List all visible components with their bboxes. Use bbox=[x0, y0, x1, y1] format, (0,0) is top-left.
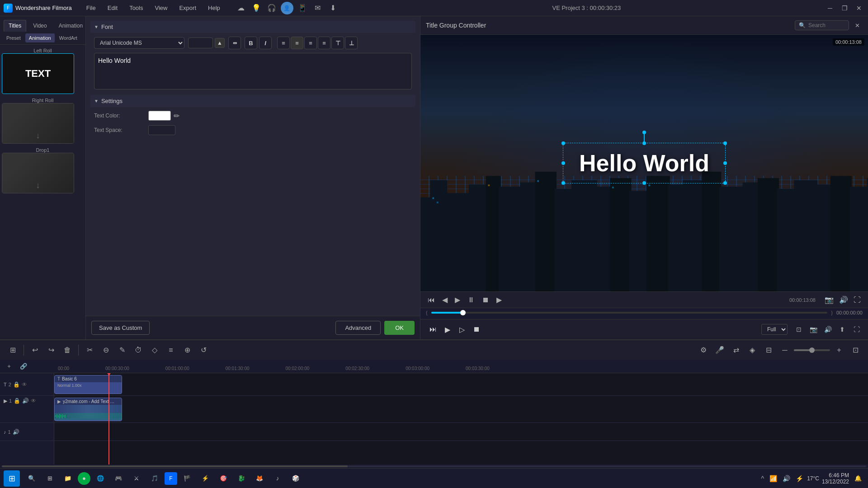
settings-section-header[interactable]: ▼ Settings bbox=[90, 95, 415, 107]
align-left-button[interactable]: ≡ bbox=[277, 37, 290, 49]
game-icon5[interactable]: ⚡ bbox=[197, 470, 213, 487]
rotate-button[interactable]: ↺ bbox=[196, 343, 211, 357]
volume-btn[interactable]: 🔊 bbox=[822, 324, 834, 335]
headset-icon[interactable]: 🎧 bbox=[265, 2, 278, 14]
text-color-swatch[interactable] bbox=[148, 111, 171, 121]
font-section-header[interactable]: ▼ Font bbox=[90, 21, 415, 33]
cloud-icon[interactable]: ☁ bbox=[235, 2, 247, 14]
add-media-button[interactable]: ⊞ bbox=[5, 343, 20, 357]
spotify-icon[interactable]: ♪ bbox=[269, 470, 286, 487]
multicam-button[interactable]: ⊟ bbox=[761, 343, 776, 357]
align-justify-button[interactable]: ≡ bbox=[318, 37, 330, 49]
app-icon9[interactable]: 🎲 bbox=[288, 470, 304, 487]
play-button[interactable]: ▶ bbox=[453, 295, 462, 305]
search-input[interactable] bbox=[808, 22, 844, 28]
profile-icon[interactable]: 👤 bbox=[281, 2, 293, 14]
timer-button[interactable]: ⏱ bbox=[131, 343, 146, 357]
preset-left-roll[interactable]: Left Roll TEXT bbox=[2, 48, 84, 94]
add-track-button[interactable]: + bbox=[4, 361, 14, 372]
fit-button[interactable]: ⊡ bbox=[848, 343, 863, 357]
taskview-button[interactable]: ⊞ bbox=[42, 470, 58, 487]
save-custom-button[interactable]: Save as Custom bbox=[91, 321, 150, 335]
filmora-taskbar-icon[interactable]: F bbox=[165, 472, 177, 485]
font-size-up-button[interactable]: ▲ bbox=[215, 38, 225, 48]
explorer-icon[interactable]: 📁 bbox=[60, 470, 76, 487]
download-icon[interactable]: ⬇ bbox=[327, 2, 340, 14]
track-eye-icon2[interactable]: 👁 bbox=[31, 398, 36, 404]
mail-icon[interactable]: ✉ bbox=[311, 2, 324, 14]
progress-bar[interactable] bbox=[431, 312, 828, 314]
preset-right-roll[interactable]: Right Roll ↓ bbox=[2, 98, 84, 144]
track-speaker-icon[interactable]: 🔊 bbox=[22, 398, 29, 404]
font-family-select[interactable]: Arial Unicode MS bbox=[94, 37, 184, 49]
start-button[interactable]: ⊞ bbox=[4, 470, 20, 487]
volume-tray-icon[interactable]: 🔊 bbox=[781, 474, 792, 483]
align-center-button[interactable]: ≡ bbox=[291, 37, 303, 49]
track-lock-icon2[interactable]: 🔒 bbox=[14, 398, 20, 404]
notification-button[interactable]: 🔔 bbox=[852, 472, 864, 485]
preset-drop1[interactable]: Drop1 ↓ bbox=[2, 147, 84, 193]
maximize-button[interactable]: ❐ bbox=[839, 3, 850, 14]
tgc-close-button[interactable]: ✕ bbox=[852, 20, 863, 31]
text-tool-button[interactable]: ✎ bbox=[115, 343, 129, 357]
expand-tray-icon[interactable]: ^ bbox=[760, 474, 766, 483]
frame-forward-button[interactable]: ▶ bbox=[495, 295, 504, 305]
split-button[interactable]: ≡ bbox=[164, 343, 178, 357]
menu-file[interactable]: File bbox=[81, 3, 101, 13]
screen-shot-btn[interactable]: ⊡ bbox=[793, 324, 805, 335]
game-icon6[interactable]: 🎯 bbox=[215, 470, 231, 487]
screenshot-button[interactable]: 📷 bbox=[823, 295, 835, 305]
effects-button[interactable]: ⚙ bbox=[696, 343, 711, 357]
subtab-preset[interactable]: Preset bbox=[3, 33, 24, 42]
playback-skip-back[interactable]: ⏭ bbox=[426, 322, 440, 337]
magnet-button[interactable]: ⊕ bbox=[180, 343, 194, 357]
fullscreen-button[interactable]: ⛶ bbox=[852, 295, 863, 305]
bold-button[interactable]: B bbox=[245, 37, 257, 49]
track-speaker-icon2[interactable]: 🔊 bbox=[13, 429, 19, 435]
menu-export[interactable]: Export bbox=[174, 3, 202, 13]
speaker-button[interactable]: 🔊 bbox=[837, 295, 850, 305]
preset-thumb[interactable]: ↓ bbox=[2, 103, 74, 144]
mark-in-icon[interactable]: { bbox=[426, 310, 428, 315]
align-top-button[interactable]: ⊤ bbox=[331, 37, 344, 49]
chrome-icon[interactable]: 🌐 bbox=[92, 470, 108, 487]
playback-play[interactable]: ▶ bbox=[440, 322, 455, 337]
delete-button[interactable]: 🗑 bbox=[60, 343, 75, 357]
minus-zoom-button[interactable]: ─ bbox=[778, 343, 792, 357]
plus-zoom-button[interactable]: + bbox=[832, 343, 846, 357]
export-btn[interactable]: ⬆ bbox=[836, 324, 848, 335]
browser-icon[interactable]: ● bbox=[78, 472, 90, 485]
text-space-input[interactable]: 0 bbox=[148, 125, 175, 135]
horizontal-scrollbar[interactable] bbox=[2, 465, 866, 467]
network-icon[interactable]: 📶 bbox=[768, 474, 779, 483]
progress-dot[interactable] bbox=[460, 310, 466, 315]
eyedropper-icon[interactable]: ✏ bbox=[174, 112, 179, 120]
playback-stop[interactable]: ⏹ bbox=[469, 322, 484, 337]
stop-button[interactable]: ⏹ bbox=[480, 295, 491, 305]
zoom-slider-wrap[interactable] bbox=[794, 349, 830, 351]
menu-view[interactable]: View bbox=[149, 3, 173, 13]
diamond-button[interactable]: ◇ bbox=[147, 343, 162, 357]
track-lock-icon[interactable]: 🔒 bbox=[13, 381, 20, 388]
audio-button[interactable]: 🎤 bbox=[712, 343, 727, 357]
game-icon7[interactable]: 🐉 bbox=[233, 470, 250, 487]
italic-button[interactable]: I bbox=[259, 37, 272, 49]
game-icon3[interactable]: 🎵 bbox=[146, 470, 163, 487]
close-button[interactable]: ✕ bbox=[854, 3, 864, 14]
title-clip[interactable]: T Basic 6 Normal 1.00x bbox=[54, 375, 122, 394]
ok-button[interactable]: OK bbox=[384, 321, 415, 335]
frame-back-button[interactable]: ◀ bbox=[440, 295, 449, 305]
playback-play-alt[interactable]: ▷ bbox=[455, 322, 469, 337]
game-icon8[interactable]: 🦊 bbox=[251, 470, 268, 487]
game-icon2[interactable]: ⚔ bbox=[128, 470, 145, 487]
game-icon4[interactable]: 🏴 bbox=[179, 470, 195, 487]
font-size-input[interactable]: 56 bbox=[188, 38, 213, 48]
subtab-wordart[interactable]: WordArt bbox=[56, 33, 81, 42]
expand-btn[interactable]: ⛶ bbox=[851, 324, 863, 335]
menu-help[interactable]: Help bbox=[203, 3, 226, 13]
track-eye-icon[interactable]: 👁 bbox=[22, 381, 27, 388]
scrollbar-thumb[interactable] bbox=[2, 465, 348, 467]
pause-button[interactable]: ⏸ bbox=[466, 295, 476, 305]
device-icon[interactable]: 📱 bbox=[296, 2, 309, 14]
playhead[interactable] bbox=[108, 373, 109, 465]
